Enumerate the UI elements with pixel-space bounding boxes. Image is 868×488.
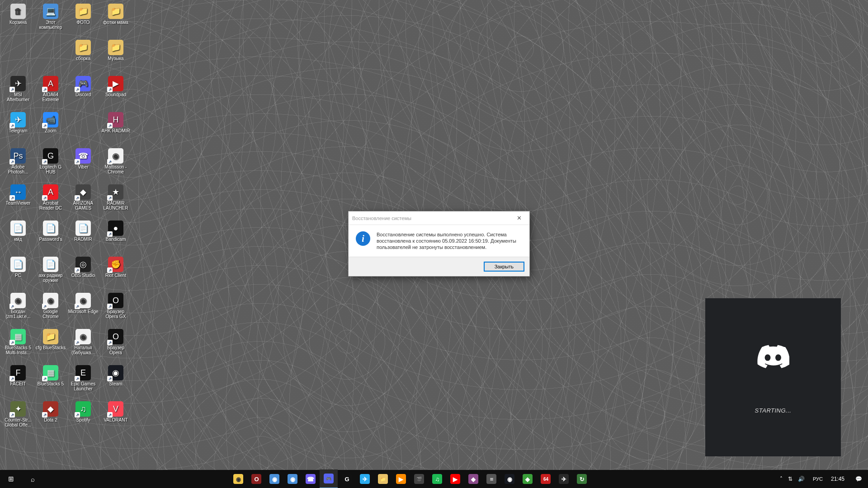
desktop-icon[interactable]: 🎮↗Discord: [67, 74, 99, 110]
desktop-area[interactable]: 🗑Корзина💻Этот компьютер📁ФОТО📁фотки мама📁…: [0, 0, 133, 454]
desktop-icon[interactable]: A↗Acrobat Reader DC: [34, 183, 67, 219]
app-icon: O↗: [108, 329, 123, 344]
desktop-icon[interactable]: 📄Password's: [34, 219, 67, 255]
desktop-icon-label: Discord: [75, 92, 91, 97]
close-button[interactable]: ✕: [509, 211, 529, 225]
taskbar-app-steam[interactable]: ◉: [500, 470, 519, 488]
desktop-icon[interactable]: 📄кмд: [2, 219, 34, 255]
volume-icon[interactable]: 🔊: [798, 476, 805, 482]
taskbar-app-youtube[interactable]: ▶: [446, 470, 464, 488]
desktop-icon-label: TeamViewer: [6, 201, 31, 206]
desktop-icon[interactable]: ▶↗Soundpad: [99, 74, 132, 110]
desktop-icon[interactable]: ◉↗Steam: [99, 363, 132, 399]
shortcut-arrow-icon: ↗: [42, 159, 47, 164]
dialog-titlebar[interactable]: Восстановление системы ✕: [349, 211, 529, 225]
app-icon: ↔↗: [10, 184, 26, 200]
system-tray[interactable]: ˄ ⇅ 🔊: [777, 476, 807, 482]
desktop-icon[interactable]: O↗Браузер Opera GX: [99, 291, 132, 327]
app-icon: ♫↗: [75, 401, 91, 417]
desktop-icon-label: OBS Studio: [71, 273, 95, 278]
windows-icon: ⊞: [8, 475, 14, 483]
taskbar-app-telegram[interactable]: ✈: [356, 470, 374, 488]
app-icon: E↗: [75, 365, 91, 380]
desktop-icon[interactable]: ✊↗Riot Client: [99, 255, 132, 291]
desktop-icon[interactable]: 📄ахк радмир оружие: [34, 255, 67, 291]
desktop-icon[interactable]: ✈↗MSI Afterburner: [2, 74, 34, 110]
taskbar-app-app1[interactable]: ◆: [464, 470, 482, 488]
desktop-icon[interactable]: 📁Музыка: [99, 38, 132, 74]
desktop-icon[interactable]: ◎↗OBS Studio: [67, 255, 99, 291]
desktop-icon-label: ахк радмир оружие: [35, 273, 66, 283]
app-icon: ◉↗: [75, 329, 91, 344]
desktop-icon[interactable]: 🗑Корзина: [2, 2, 34, 38]
taskbar-app-movies[interactable]: 🎬: [410, 470, 428, 488]
language-indicator[interactable]: РУС: [811, 476, 825, 482]
taskbar-app-logitech[interactable]: G: [338, 470, 356, 488]
desktop-icon[interactable]: A↗AIDA64 Extreme: [34, 74, 67, 110]
desktop-icon[interactable]: 💻Этот компьютер: [34, 2, 67, 38]
desktop-icon[interactable]: 📁фотки мама: [99, 2, 132, 38]
taskbar-app-viber[interactable]: ☎: [302, 470, 320, 488]
taskbar-app-restore[interactable]: ↻: [573, 470, 591, 488]
desktop-icon[interactable]: ●↗Bandicam: [99, 219, 132, 255]
opera-gx-icon: O: [251, 474, 261, 484]
desktop-icon[interactable]: ♫↗Spotify: [67, 399, 99, 436]
desktop-icon[interactable]: ◉↗Наталья (бабушка...: [67, 327, 99, 363]
start-button[interactable]: ⊞: [0, 470, 22, 488]
close-dialog-button[interactable]: Закрыть: [484, 262, 524, 271]
app-icon: V↗: [108, 401, 123, 417]
desktop-icon-label: Acrobat Reader DC: [35, 201, 66, 211]
app-icon: F↗: [10, 365, 26, 380]
taskbar-app-chrome[interactable]: ◉: [229, 470, 247, 488]
desktop-icon-label: cfg BlueStacks: [36, 345, 66, 350]
shortcut-arrow-icon: ↗: [9, 123, 15, 128]
taskbar-app-aida64[interactable]: 64: [537, 470, 555, 488]
desktop-icon[interactable]: 📹↗Zoom: [34, 110, 67, 146]
action-center-button[interactable]: 💬: [851, 470, 866, 488]
taskbar-app-media[interactable]: ▶: [392, 470, 410, 488]
taskbar-app-spotify[interactable]: ♫: [428, 470, 446, 488]
discord-logo-icon: [757, 341, 789, 375]
desktop-icon[interactable]: G↗Logitech G HUB: [34, 146, 67, 183]
desktop-icon[interactable]: ◉↗Microsoft Edge: [67, 291, 99, 327]
desktop-icon[interactable]: O↗Браузер Opera: [99, 327, 132, 363]
desktop-icon[interactable]: 📄RADMIR: [67, 219, 99, 255]
desktop-icon[interactable]: ▦↗BlueStacks 5 Multi-Insta...: [2, 327, 34, 363]
search-button[interactable]: ⌕: [22, 470, 43, 488]
desktop-icon[interactable]: F↗FACEIT: [2, 363, 34, 399]
app-icon: ◉↗: [43, 293, 58, 308]
wifi-icon[interactable]: ⇅: [788, 476, 793, 482]
desktop-icon[interactable]: ✈↗Telegram: [2, 110, 34, 146]
taskbar-app-app3[interactable]: ◆: [519, 470, 537, 488]
desktop-icon[interactable]: ★↗RADMIR LAUNCHER: [99, 183, 132, 219]
taskbar-app-discord[interactable]: 🎮: [320, 469, 338, 488]
taskbar-app-opera-gx[interactable]: O: [247, 470, 265, 488]
desktop-icon[interactable]: 📁сборка: [67, 38, 99, 74]
desktop-icon[interactable]: 📁cfg BlueStacks: [34, 327, 67, 363]
taskbar-app-chrome-2[interactable]: ◉: [265, 470, 283, 488]
desktop-icon[interactable]: 📁ФОТО: [67, 2, 99, 38]
desktop-icon[interactable]: ✦↗Counter-Str... Global Offe...: [2, 399, 34, 436]
close-icon: ✕: [517, 215, 522, 221]
taskbar-app-explorer[interactable]: 📁: [374, 470, 392, 488]
desktop-icon[interactable]: V↗VALORANT: [99, 399, 132, 436]
desktop-icon[interactable]: ☎↗Viber: [67, 146, 99, 183]
taskbar-app-chrome-3[interactable]: ◉: [283, 470, 302, 488]
taskbar-app-msi[interactable]: ✈: [555, 470, 573, 488]
desktop-icon[interactable]: H↗AHK RADMIR: [99, 110, 132, 146]
desktop-icon[interactable]: ↔↗TeamViewer: [2, 183, 34, 219]
desktop-icon-label: фотки мама: [103, 20, 128, 25]
desktop-icon[interactable]: ◆↗Dota 2: [34, 399, 67, 436]
taskbar-app-app2[interactable]: ≡: [482, 470, 500, 488]
desktop-icon[interactable]: E↗Epic Games Launcher: [67, 363, 99, 399]
desktop-icon[interactable]: ▦↗BlueStacks 5: [34, 363, 67, 399]
clock[interactable]: 21:45: [828, 476, 847, 482]
viber-icon: ☎: [306, 474, 316, 484]
desktop-icon[interactable]: ◉↗Google Chrome: [34, 291, 67, 327]
desktop-icon[interactable]: ◉↗Mattisson - Chrome: [99, 146, 132, 183]
tray-chevron-icon[interactable]: ˄: [780, 476, 783, 482]
desktop-icon[interactable]: ◉↗Богдан (zm1.ukr.e...: [2, 291, 34, 327]
desktop-icon[interactable]: ◆↗ARIZONA GAMES: [67, 183, 99, 219]
desktop-icon[interactable]: 📄PC: [2, 255, 34, 291]
desktop-icon[interactable]: Ps↗Adobe Photosh...: [2, 146, 34, 183]
